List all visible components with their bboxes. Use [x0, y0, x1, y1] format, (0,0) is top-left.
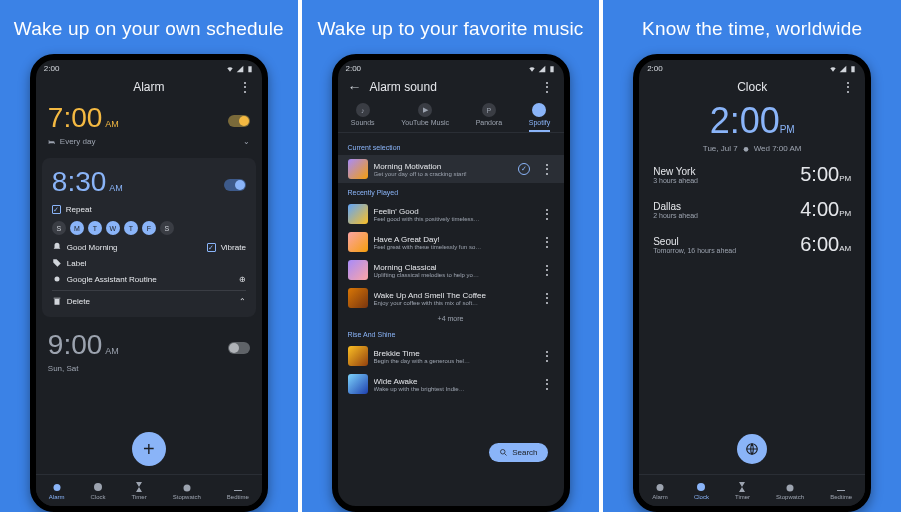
item-more-icon[interactable]: ⋮ — [540, 376, 554, 392]
alarm-2-toggle[interactable] — [224, 179, 246, 191]
label-row[interactable]: Label — [52, 255, 246, 271]
song-row[interactable]: Wake Up And Smell The CoffeeEnjoy your c… — [338, 284, 564, 312]
next-alarm: Wed 7:00 AM — [754, 144, 802, 153]
signal-icon — [839, 65, 847, 73]
status-bar: 2:00 — [36, 60, 262, 75]
tab-sounds[interactable]: ♪Sounds — [351, 103, 375, 126]
world-clock-row[interactable]: New York3 hours ahead 5:00PM — [639, 157, 865, 192]
more-link[interactable]: +4 more — [338, 312, 564, 325]
local-clock: 2:00PM Tue, Jul 7 Wed 7:00 AM — [639, 94, 865, 157]
day-s[interactable]: S — [52, 221, 66, 235]
nav-timer[interactable]: Timer — [735, 481, 750, 500]
nav-stopwatch[interactable]: Stopwatch — [776, 481, 804, 500]
item-more-icon[interactable]: ⋮ — [540, 262, 554, 278]
delete-row[interactable]: Delete ⌃ — [52, 290, 246, 309]
clock-icon — [695, 481, 707, 493]
add-city-button[interactable] — [737, 434, 767, 464]
item-more-icon[interactable]: ⋮ — [540, 234, 554, 250]
alarm-1-toggle[interactable] — [228, 115, 250, 127]
svg-point-8 — [697, 483, 705, 491]
svg-point-0 — [54, 277, 59, 282]
nav-alarm[interactable]: Alarm — [652, 481, 668, 500]
nav-stopwatch[interactable]: Stopwatch — [173, 481, 201, 500]
repeat-checkbox[interactable] — [52, 205, 61, 214]
more-icon-2[interactable]: ⋮ — [540, 79, 554, 95]
svg-point-2 — [94, 483, 102, 491]
day-t2[interactable]: T — [124, 221, 138, 235]
check-icon: ✓ — [518, 163, 530, 175]
vibrate-row[interactable]: Vibrate — [207, 243, 246, 252]
tab-ytm[interactable]: ▶YouTube Music — [401, 103, 449, 126]
item-more-icon[interactable]: ⋮ — [540, 206, 554, 222]
wifi-icon — [829, 65, 837, 73]
more-icon-3[interactable]: ⋮ — [841, 79, 855, 95]
clock-content: 2:00PM Tue, Jul 7 Wed 7:00 AM New York3 … — [639, 94, 865, 474]
song-row[interactable]: Morning ClassicalUplifting classical mel… — [338, 256, 564, 284]
day-m[interactable]: M — [70, 221, 84, 235]
more-icon[interactable]: ⋮ — [238, 79, 252, 95]
item-more-icon[interactable]: ⋮ — [540, 290, 554, 306]
headline-2: Wake up to your favorite music — [317, 18, 583, 40]
day-t[interactable]: T — [88, 221, 102, 235]
alarm-mini-icon — [742, 145, 750, 153]
nav-bedtime[interactable]: Bedtime — [830, 481, 852, 500]
day-s2[interactable]: S — [160, 221, 174, 235]
song-row[interactable]: Have A Great Day!Feel great with these t… — [338, 228, 564, 256]
back-button[interactable]: ← — [348, 79, 362, 95]
svg-point-7 — [657, 484, 664, 491]
nav-timer[interactable]: Timer — [132, 481, 147, 500]
stopwatch-icon — [181, 481, 193, 493]
timer-icon — [736, 481, 748, 493]
sound-row[interactable]: Good Morning — [52, 242, 118, 252]
nav-bedtime[interactable]: Bedtime — [227, 481, 249, 500]
svg-point-4 — [501, 450, 506, 455]
chevron-up-icon[interactable]: ⌃ — [239, 297, 246, 306]
panel-alarm: Wake up on your own schedule 2:00 Alarm … — [0, 0, 298, 512]
search-button[interactable]: Search — [489, 443, 547, 462]
routine-row[interactable]: Google Assistant Routine ⊕ — [52, 271, 246, 287]
alarm-icon — [51, 481, 63, 493]
song-row[interactable]: Feelin' GoodFeel good with this positive… — [338, 200, 564, 228]
phone-3: 2:00 Clock ⋮ 2:00PM Tue, Jul 7 Wed 7:00 … — [633, 54, 871, 512]
item-more-icon[interactable]: ⋮ — [540, 161, 554, 177]
nav-clock[interactable]: Clock — [694, 481, 709, 500]
trash-icon — [52, 296, 62, 306]
tag-icon — [52, 258, 62, 268]
item-more-icon[interactable]: ⋮ — [540, 348, 554, 364]
day-f[interactable]: F — [142, 221, 156, 235]
alarm-3-toggle[interactable] — [228, 342, 250, 354]
chevron-down-icon[interactable]: ⌄ — [243, 137, 250, 146]
song-row[interactable]: Brekkie TimeBegin the day with a generou… — [338, 342, 564, 370]
sound-list[interactable]: Current selection Morning MotivationGet … — [338, 138, 564, 506]
song-row[interactable]: Wide AwakeWake up with the brightest Ind… — [338, 370, 564, 398]
world-clock-row[interactable]: Dallas2 hours ahead 4:00PM — [639, 192, 865, 227]
pandora-icon: P — [482, 103, 496, 117]
alarm-2-time[interactable]: 8:30 — [52, 166, 107, 197]
tab-pandora[interactable]: PPandora — [476, 103, 502, 126]
panel-clock: Know the time, worldwide 2:00 Clock ⋮ 2:… — [599, 0, 901, 512]
vibrate-checkbox[interactable] — [207, 243, 216, 252]
app-header-2: ← Alarm sound ⋮ — [338, 75, 564, 99]
page-title-3: Clock — [663, 80, 841, 94]
nav-bar-3: Alarm Clock Timer Stopwatch Bedtime — [639, 474, 865, 506]
youtube-icon: ▶ — [418, 103, 432, 117]
stopwatch-icon — [784, 481, 796, 493]
alarm-1[interactable]: 7:00AM Every day ⌄ — [36, 94, 262, 154]
local-date: Tue, Jul 7 — [703, 144, 738, 153]
spotify-icon: ♫ — [532, 103, 546, 117]
current-selection[interactable]: Morning MotivationGet your day off to a … — [338, 155, 564, 183]
day-w[interactable]: W — [106, 221, 120, 235]
world-clock-row[interactable]: SeoulTomorrow, 16 hours ahead 6:00AM — [639, 227, 865, 262]
headline-3: Know the time, worldwide — [642, 18, 862, 40]
section-current: Current selection — [338, 138, 564, 155]
nav-clock[interactable]: Clock — [91, 481, 106, 500]
svg-point-5 — [743, 147, 748, 152]
nav-alarm[interactable]: Alarm — [49, 481, 65, 500]
status-icons — [226, 65, 254, 73]
add-icon[interactable]: ⊕ — [239, 275, 246, 284]
tab-spotify[interactable]: ♫Spotify — [529, 103, 550, 126]
wifi-icon — [528, 65, 536, 73]
alarm-3[interactable]: 9:00AM Sun, Sat — [36, 321, 262, 381]
add-alarm-button[interactable]: + — [132, 432, 166, 466]
headline-1: Wake up on your own schedule — [14, 18, 284, 40]
